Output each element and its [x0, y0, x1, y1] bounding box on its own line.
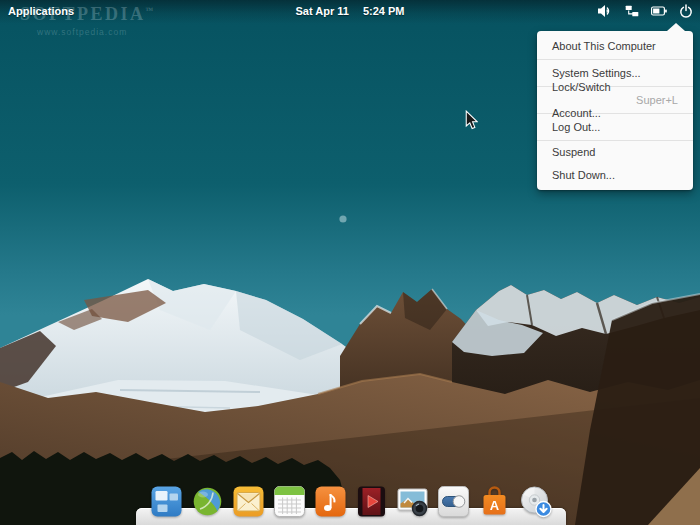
- panel-time: 5:24 PM: [363, 0, 405, 22]
- menu-item-suspend[interactable]: Suspend: [537, 141, 693, 164]
- multitasking-icon[interactable]: [150, 485, 183, 518]
- menu-item-lock-switch-account[interactable]: Lock/Switch Account... Super+L: [537, 87, 693, 113]
- dock: A: [136, 481, 566, 525]
- appcenter-icon[interactable]: A: [478, 485, 511, 518]
- videos-icon[interactable]: [355, 485, 388, 518]
- install-disc-icon[interactable]: [519, 485, 552, 518]
- mouse-cursor: [465, 110, 478, 130]
- menu-item-label: Suspend: [552, 141, 595, 164]
- menu-item-shut-down[interactable]: Shut Down...: [537, 164, 693, 187]
- menu-item-about-this-computer[interactable]: About This Computer: [537, 33, 693, 59]
- dock-icon-row: A: [150, 485, 552, 518]
- appcenter-letter: A: [490, 498, 500, 513]
- system-settings-icon[interactable]: [437, 485, 470, 518]
- panel-date: Sat Apr 11: [296, 0, 349, 22]
- top-panel: Applications Sat Apr 11 5:24 PM: [0, 0, 700, 24]
- session-menu: About This Computer System Settings... L…: [537, 31, 693, 190]
- menu-item-shortcut: Super+L: [636, 87, 678, 113]
- volume-icon[interactable]: [597, 4, 613, 18]
- midori-browser-icon[interactable]: [191, 485, 224, 518]
- menu-item-label: About This Computer: [552, 33, 656, 59]
- network-icon[interactable]: [625, 5, 639, 17]
- music-icon[interactable]: [314, 485, 347, 518]
- photos-icon[interactable]: [396, 485, 429, 518]
- menu-arrow-icon: [667, 23, 685, 31]
- panel-status-area: [597, 0, 693, 22]
- power-icon[interactable]: [679, 4, 693, 18]
- geary-mail-icon[interactable]: [232, 485, 265, 518]
- menu-item-label: Log Out...: [552, 114, 600, 140]
- menu-item-label: Shut Down...: [552, 164, 615, 187]
- battery-icon[interactable]: [651, 6, 667, 16]
- calendar-icon[interactable]: [273, 485, 306, 518]
- desktop: SOFTPEDIA™ www.softpedia.com Application…: [0, 0, 700, 525]
- panel-clock[interactable]: Sat Apr 11 5:24 PM: [296, 0, 405, 22]
- applications-menu-button[interactable]: Applications: [8, 0, 74, 22]
